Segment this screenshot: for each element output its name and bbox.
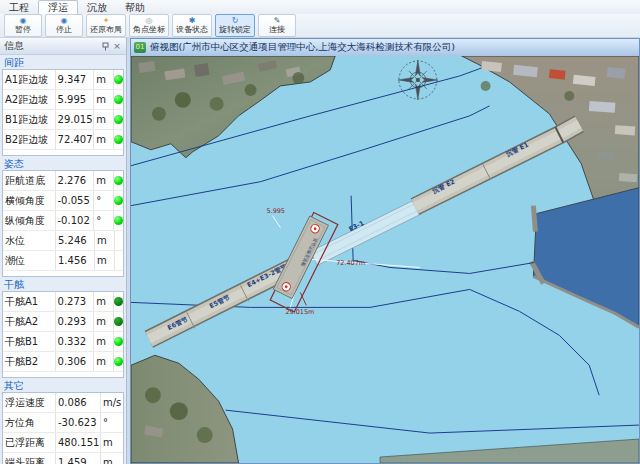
table-row: 横倾角度-0.055° (3, 191, 123, 211)
table-row: 水位5.246m (3, 231, 123, 251)
section-title: 其它 (2, 379, 124, 392)
rotation-lock-icon: ↻ (232, 16, 239, 25)
connect-icon: ✎ (274, 16, 281, 25)
measurement-bottom: 29.015m (285, 308, 314, 316)
status-dot (114, 95, 123, 104)
table-row: A2距边坡5.995m (3, 90, 123, 110)
corner-coordinates-button[interactable]: ◎ 角点坐标 (129, 14, 169, 37)
measurement-top: 5.995 (266, 207, 285, 215)
section-title: 姿态 (2, 157, 124, 170)
stop-icon: ◉ (61, 16, 68, 25)
table-row: B2距边坡72.407m (3, 130, 123, 150)
device-status-button[interactable]: ✱ 设备状态 (172, 14, 212, 37)
section-attitude: 姿态 距航道底2.276m 横倾角度-0.055° 纵倾角度-0.102° 水位… (2, 157, 124, 277)
status-dot (114, 357, 123, 366)
table-row: 浮运速度0.086m/s (3, 393, 123, 413)
table-row: 潮位1.456m (3, 251, 123, 271)
status-dot (114, 176, 123, 185)
status-dot (114, 337, 123, 346)
document-icon: 01 (134, 42, 146, 53)
status-dot (114, 115, 123, 124)
menu-item-project[interactable]: 工程 (0, 1, 38, 14)
close-icon[interactable]: × (112, 41, 122, 51)
table-row: 方位角-30.623° (3, 413, 123, 433)
application-window: 工程 浮运 沉放 帮助 ◉ 暂停 ◉ 停止 ✦ 还原布局 ◎ 角点坐标 ✱ 设备… (0, 0, 640, 464)
section-title: 干舷 (2, 278, 124, 291)
status-dot (114, 317, 123, 326)
info-panel-title: 信息 (4, 39, 98, 53)
status-dot (114, 297, 123, 306)
table-row: 纵倾角度-0.102° (3, 211, 123, 231)
table-row: 干舷B20.306m (3, 352, 123, 372)
table-row: 端头距离1.459m (3, 453, 123, 464)
table-row: B1距边坡29.015m (3, 110, 123, 130)
toolbar: ◉ 暂停 ◉ 停止 ✦ 还原布局 ◎ 角点坐标 ✱ 设备状态 ↻ 旋转锁定 ✎ … (0, 14, 640, 38)
info-panel: 信息 × 间距 A1距边坡9.347m A2距边坡5.995m B1距边坡29.… (0, 38, 127, 464)
measurement-right: 72.407m (336, 259, 365, 267)
menu-bar: 工程 浮运 沉放 帮助 (0, 0, 640, 15)
connect-button[interactable]: ✎ 连接 (258, 14, 296, 37)
section-spacing: 间距 A1距边坡9.347m A2距边坡5.995m B1距边坡29.015m … (2, 56, 124, 156)
status-dot (114, 216, 123, 225)
rotation-lock-button[interactable]: ↻ 旋转锁定 (215, 14, 255, 37)
map-window: 01 俯视图(广州市中心区交通项目管理中心,上海交大海科检测技术有限公司) (130, 38, 640, 464)
table-row: 干舷A20.293m (3, 312, 123, 332)
pin-icon[interactable] (100, 41, 110, 51)
status-dot (114, 135, 123, 144)
map-view[interactable]: E6管节 E5管节 E4+E3-2管节 E3-1 沉管 E2 沉管 E1 (131, 56, 639, 463)
menu-item-floating[interactable]: 浮运 (38, 0, 78, 14)
menu-item-help[interactable]: 帮助 (116, 1, 154, 14)
device-status-icon: ✱ (189, 16, 196, 25)
corner-coords-icon: ◎ (146, 16, 153, 25)
map-canvas: E6管节 E5管节 E4+E3-2管节 E3-1 沉管 E2 沉管 E1 (131, 56, 639, 463)
pause-icon: ◉ (20, 16, 27, 25)
section-other: 其它 浮运速度0.086m/s 方位角-30.623° 已浮距离480.151m… (2, 379, 124, 464)
menu-item-sinking[interactable]: 沉放 (78, 1, 116, 14)
table-row: 干舷B10.332m (3, 332, 123, 352)
info-panel-header: 信息 × (0, 38, 126, 55)
section-title: 间距 (2, 56, 124, 69)
status-dot (114, 75, 123, 84)
table-row: A1距边坡9.347m (3, 70, 123, 90)
table-row: 干舷A10.273m (3, 292, 123, 312)
status-dot (114, 196, 123, 205)
pause-button[interactable]: ◉ 暂停 (4, 14, 42, 37)
table-row: 距航道底2.276m (3, 171, 123, 191)
restore-layout-icon: ✦ (103, 16, 110, 25)
section-freeboard: 干舷 干舷A10.273m 干舷A20.293m 干舷B10.332m 干舷B2… (2, 278, 124, 378)
map-window-titlebar[interactable]: 01 俯视图(广州市中心区交通项目管理中心,上海交大海科检测技术有限公司) (131, 39, 639, 57)
map-window-title: 俯视图(广州市中心区交通项目管理中心,上海交大海科检测技术有限公司) (150, 41, 455, 54)
stop-button[interactable]: ◉ 停止 (45, 14, 83, 37)
restore-layout-button[interactable]: ✦ 还原布局 (86, 14, 126, 37)
table-row: 已浮距离480.151m (3, 433, 123, 453)
